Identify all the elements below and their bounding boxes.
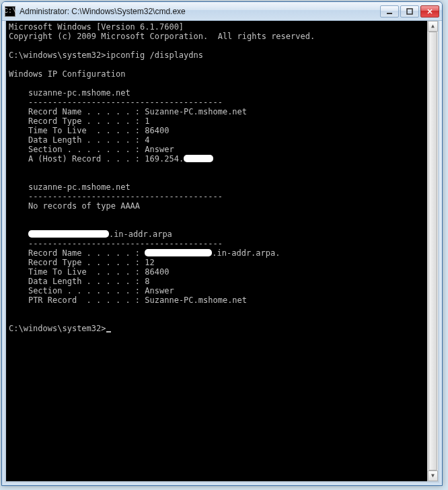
field-label: Record Name . . . . . :	[28, 248, 140, 258]
dns-hostname: suzanne-pc.mshome.net	[28, 182, 130, 192]
field-label: Record Type . . . . . :	[28, 116, 140, 126]
field-value: 4	[145, 135, 149, 145]
field-label: PTR Record . . . . . :	[28, 295, 140, 305]
app-icon: C:\	[5, 6, 15, 17]
field-value: 169.254.	[145, 154, 184, 164]
window-title: Administrator: C:\Windows\System32\cmd.e…	[20, 7, 379, 16]
redacted-host	[28, 230, 109, 238]
field-value: Suzanne-PC.mshome.net	[145, 295, 247, 305]
prompt-path: C:\windows\system32>	[9, 324, 106, 333]
banner-line: Copyright (c) 2009 Microsoft Corporation…	[9, 32, 315, 41]
svg-rect-0	[387, 13, 392, 14]
redacted-ip	[184, 155, 213, 162]
field-value: 8	[145, 277, 149, 286]
field-label: Time To Live . . . . :	[28, 126, 140, 135]
minimize-icon	[386, 8, 393, 15]
command-text: ipconfig /displaydns	[106, 50, 204, 60]
field-label: Time To Live . . . . :	[28, 267, 140, 277]
maximize-icon	[406, 8, 413, 15]
field-label: Section . . . . . . . :	[28, 286, 140, 295]
field-label: Record Type . . . . . :	[28, 258, 140, 267]
output-heading: Windows IP Configuration	[9, 69, 125, 79]
no-records-text: No records of type AAAA	[28, 201, 140, 211]
field-value: 86400	[145, 267, 169, 277]
field-value: Answer	[145, 145, 174, 154]
close-icon	[426, 8, 433, 15]
redacted-value	[145, 249, 212, 256]
divider-line: ----------------------------------------	[28, 239, 223, 248]
cursor	[106, 331, 111, 332]
field-value: 86400	[145, 126, 169, 135]
field-value: Suzanne-PC.mshome.net	[145, 107, 247, 116]
field-label: Section . . . . . . . :	[28, 145, 140, 154]
field-value: Answer	[145, 286, 174, 295]
svg-rect-1	[407, 9, 412, 14]
vertical-scrollbar[interactable]: ▲ ▼	[427, 21, 438, 481]
cmd-window: C:\ Administrator: C:\Windows\System32\c…	[1, 1, 443, 486]
field-label: Data Length . . . . . :	[28, 277, 140, 286]
close-button[interactable]	[420, 5, 439, 18]
titlebar[interactable]: C:\ Administrator: C:\Windows\System32\c…	[2, 2, 442, 21]
scroll-up-button[interactable]: ▲	[428, 21, 438, 32]
dns-hostname: suzanne-pc.mshome.net	[28, 88, 130, 98]
field-label: A (Host) Record . . . :	[28, 154, 140, 164]
minimize-button[interactable]	[380, 5, 399, 18]
scroll-thumb[interactable]	[428, 32, 437, 470]
field-label: Record Name . . . . . :	[28, 107, 140, 116]
window-controls	[379, 5, 439, 18]
divider-line: ----------------------------------------	[28, 192, 223, 201]
field-value: 1	[145, 116, 149, 126]
dns-hostname: .in-addr.arpa	[109, 230, 172, 239]
divider-line: ----------------------------------------	[28, 98, 223, 107]
scroll-down-button[interactable]: ▼	[428, 470, 438, 481]
console-output[interactable]: Microsoft Windows [Version 6.1.7600] Cop…	[5, 21, 439, 483]
maximize-button[interactable]	[400, 5, 419, 18]
field-value: .in-addr.arpa.	[212, 248, 280, 258]
prompt-path: C:\windows\system32>	[9, 50, 106, 60]
field-label: Data Length . . . . . :	[28, 135, 140, 145]
scroll-track[interactable]	[428, 32, 438, 470]
banner-line: Microsoft Windows [Version 6.1.7600]	[9, 22, 184, 32]
field-value: 12	[145, 258, 154, 267]
